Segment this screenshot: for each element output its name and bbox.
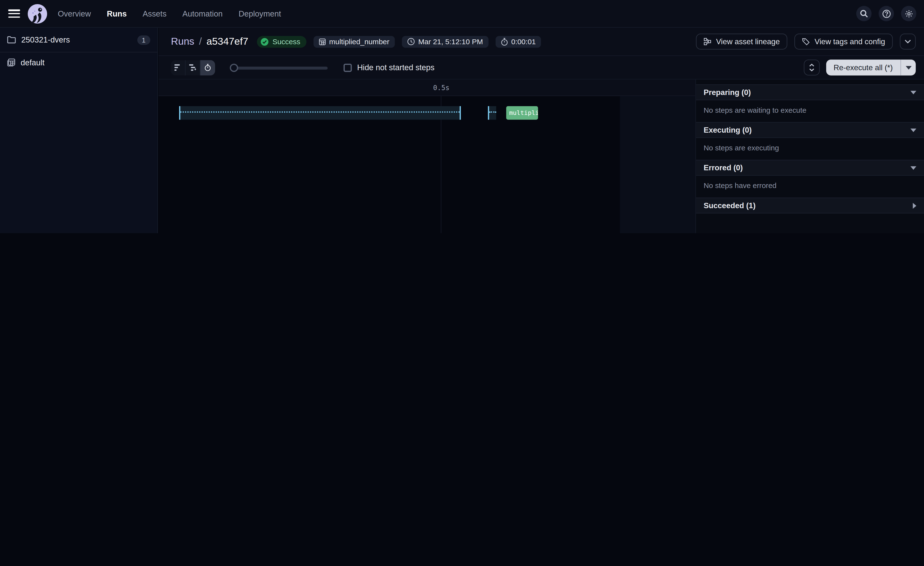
hide-not-started-label: Hide not started steps [357,63,435,72]
main-content: Runs / a5347ef7 Success multiplied_numbe… [159,28,924,233]
help-icon[interactable] [879,6,894,21]
reexecute-all-button[interactable]: Re-execute all (*) [826,60,900,75]
nav-item-overview[interactable]: Overview [58,9,91,18]
step-waiting-span-short[interactable] [488,106,496,120]
topnav-actions [856,6,916,21]
gantt-overflow-band [620,96,696,233]
search-icon[interactable] [856,6,872,21]
datetime-tag-label: Mar 21, 5:12:10 PM [418,38,483,46]
dagster-logo-icon[interactable] [28,4,47,23]
time-tick-label: 0.5s [433,84,449,92]
breadcrumb-separator: / [199,36,202,48]
gantt-step-box[interactable]: multiplied_number [506,106,538,120]
caret-down-icon [906,66,911,69]
step-section-empty-message: No steps have errored [696,176,924,197]
dagster-run-page: OverviewRunsAssetsAutomationDeployment [0,0,924,233]
lineage-icon [704,38,711,45]
hide-not-started-checkbox-row[interactable]: Hide not started steps [344,63,435,72]
step-section-title: Executing (0) [704,126,752,134]
nav-item-runs[interactable]: Runs [107,9,127,18]
sidebar: 250321-dvers 1 default 250321-dvers ⟳ [0,28,158,233]
step-section-header-0[interactable]: Preparing (0) [696,84,924,100]
nav-item-automation[interactable]: Automation [182,9,223,18]
asset-grid-icon [318,38,326,45]
gantt-toolbar: Hide not started steps Re-execute all (*… [159,56,924,80]
asset-tag-label: multiplied_number [329,38,389,46]
job-name: default [21,58,44,67]
hide-not-started-checkbox[interactable] [344,63,352,72]
settings-gear-icon[interactable] [901,6,916,21]
stopwatch-icon [204,64,211,71]
status-badge: Success [257,36,306,48]
step-section-header-1[interactable]: Executing (0) [696,122,924,138]
breadcrumb-runs-link[interactable]: Runs [171,36,194,48]
run-header: Runs / a5347ef7 Success multiplied_numbe… [159,28,924,56]
gantt-workspace: 0.5s multiplied_number [159,80,924,233]
gantt-time-axis: 0.5s [159,80,695,96]
view-timed-button[interactable] [200,60,215,75]
success-check-icon [261,38,269,46]
folder-icon [7,36,16,44]
step-section-title: Succeeded (1) [704,201,756,210]
run-id: a5347ef7 [207,36,248,48]
run-header-more-button[interactable] [900,33,916,50]
view-tags-config-label: View tags and config [814,37,885,46]
expand-gantt-button[interactable] [804,60,820,75]
view-asset-lineage-button[interactable]: View asset lineage [696,33,788,50]
top-nav: OverviewRunsAssetsAutomationDeployment [0,0,924,28]
step-section-header-3[interactable]: Succeeded (1) [696,197,924,214]
gantt-zoom-slider[interactable] [230,60,328,75]
chevron-down-icon [904,39,911,44]
gantt-chart[interactable]: multiplied_number Hide unselected steps [159,96,695,233]
repo-count-badge: 1 [137,35,150,44]
reexecute-all-label: Re-execute all (*) [834,63,893,72]
step-section-title: Preparing (0) [704,88,751,97]
datetime-tag: Mar 21, 5:12:10 PM [402,36,488,48]
status-label: Success [272,38,300,46]
duration-tag: 0:00:01 [495,36,541,48]
expand-vertical-icon [809,64,814,71]
view-asset-lineage-label: View asset lineage [716,37,780,46]
job-icon [7,58,15,66]
step-waiting-span[interactable] [179,106,461,120]
step-section-header-2[interactable]: Errored (0) [696,160,924,176]
caret-down-icon [910,128,916,132]
gantt-view-mode-group [171,60,215,75]
view-waterfall-button[interactable] [186,60,201,75]
caret-right-icon [913,203,916,208]
run-header-actions: View asset lineage View tags and config [696,33,916,50]
nav-item-assets[interactable]: Assets [142,9,166,18]
slider-knob[interactable] [230,63,238,72]
slider-track[interactable] [230,66,328,69]
step-section-empty-message: No steps are waiting to execute [696,100,924,122]
view-flat-button[interactable] [171,60,186,75]
sidebar-item-job-default[interactable]: default [0,53,158,73]
caret-down-icon [910,90,916,94]
menu-icon[interactable] [8,9,20,18]
reexecute-split-button: Re-execute all (*) [826,60,916,75]
breadcrumb: Runs / a5347ef7 [171,36,248,48]
stopwatch-icon [501,38,508,46]
flat-view-icon [174,65,182,71]
step-status-panel: Preparing (0)No steps are waiting to exe… [695,80,924,233]
clock-icon [407,38,415,45]
gantt-chart-pane: 0.5s multiplied_number [159,80,695,233]
nav-item-deployment[interactable]: Deployment [238,9,281,18]
caret-down-icon [910,166,916,170]
step-section-title: Errored (0) [704,163,742,172]
asset-tag[interactable]: multiplied_number [313,36,394,48]
view-tags-config-button[interactable]: View tags and config [795,33,893,50]
tag-icon [802,38,810,45]
waterfall-view-icon [189,64,196,71]
step-section-empty-message: No steps are executing [696,138,924,160]
sidebar-item-repo[interactable]: 250321-dvers 1 [0,28,158,53]
reexecute-dropdown-button[interactable] [900,60,916,75]
gantt-toolbar-right: Re-execute all (*) [804,60,916,75]
duration-tag-label: 0:00:01 [511,38,536,46]
nav-links: OverviewRunsAssetsAutomationDeployment [58,9,281,18]
repo-name: 250321-dvers [21,35,70,44]
